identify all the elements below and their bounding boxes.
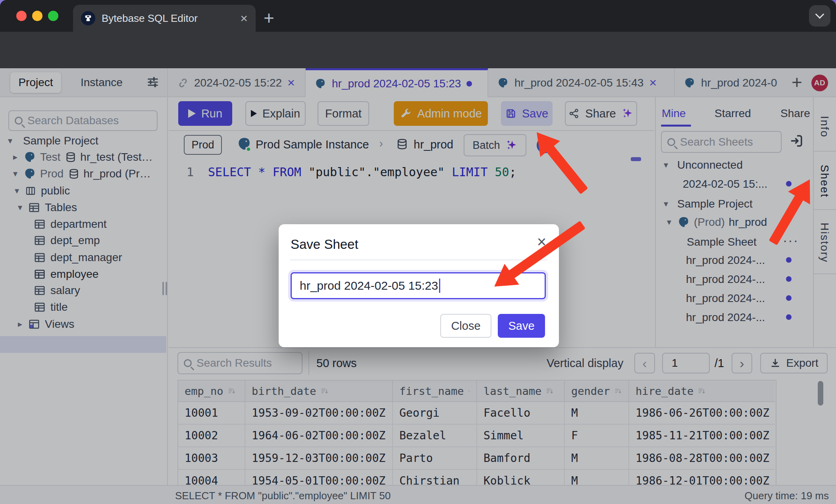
browser-tab-title: Bytebase SQL Editor [102,12,234,25]
new-tab-button[interactable]: + [264,7,274,29]
traffic-close-button[interactable] [16,11,27,21]
browser-window: Bytebase SQL Editor × + ← → localhost:80… [0,0,836,504]
traffic-minimize-button[interactable] [32,11,42,21]
text-caret [439,279,440,293]
page-content: Project Instance 2024-02-05 15:22 × hr_p… [0,68,836,504]
modal-save-button[interactable]: Save [498,314,545,338]
browser-tab[interactable]: Bytebase SQL Editor × [73,5,256,32]
browser-tab-bar: Bytebase SQL Editor × + [0,0,836,32]
tab-search-button[interactable] [809,5,830,27]
chevron-down-icon [815,10,824,19]
modal-close-button[interactable]: Close [440,314,491,338]
traffic-zoom-button[interactable] [48,11,58,21]
browser-toolbar: ← → localhost:8080/sql-editor/prod-sampl… [0,32,836,68]
modal-title: Save Sheet [291,237,358,252]
browser-tab-close-icon[interactable]: × [240,11,248,26]
bytebase-favicon-icon [81,11,95,25]
